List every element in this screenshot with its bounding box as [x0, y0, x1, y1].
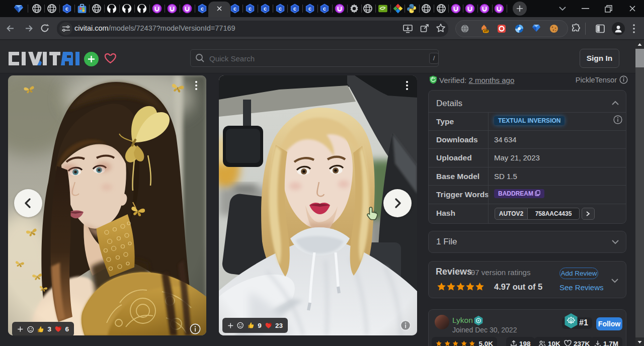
svg-text:c: c [65, 6, 68, 12]
svg-text:c: c [293, 6, 296, 12]
svg-text:c: c [279, 6, 282, 12]
svg-text:off: off [484, 29, 488, 33]
svg-text:c: c [308, 6, 311, 12]
svg-text:c: c [201, 6, 204, 12]
svg-text:c: c [233, 6, 236, 12]
svg-text:c: c [249, 6, 252, 12]
svg-text:c: c [264, 6, 267, 12]
svg-text:c: c [323, 6, 326, 12]
